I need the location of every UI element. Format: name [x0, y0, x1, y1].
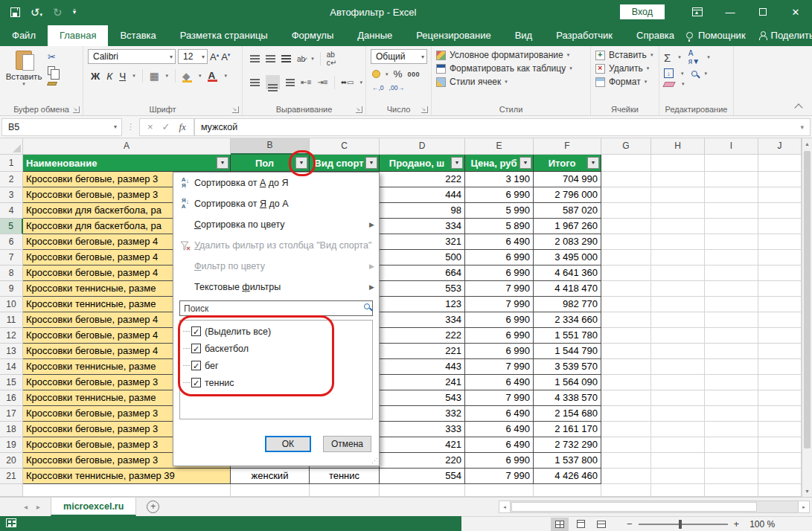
- decrease-decimal-icon[interactable]: ,00→: [389, 84, 404, 91]
- cell-D14[interactable]: 443: [380, 359, 465, 375]
- cell-A22[interactable]: [23, 484, 231, 497]
- align-right-icon[interactable]: [286, 79, 295, 80]
- checkbox-checked-icon[interactable]: ✓: [191, 378, 201, 387]
- clear-icon[interactable]: [662, 82, 675, 87]
- filter-header-1[interactable]: Наименование▼: [23, 155, 231, 172]
- font-name-select[interactable]: Calibri▾: [88, 49, 176, 64]
- cell-F15[interactable]: 1 564 090: [534, 375, 601, 390]
- cell-styles-button[interactable]: Стили ячеек▾: [436, 77, 587, 87]
- cell-E14[interactable]: 7 990: [465, 359, 534, 375]
- filter-dropdown-icon[interactable]: ▼: [451, 157, 463, 169]
- filter-value-item-3[interactable]: ✓бег: [183, 357, 372, 374]
- undo-icon[interactable]: ↺▾: [31, 7, 42, 18]
- cell-F2[interactable]: 704 990: [534, 172, 601, 187]
- tab-Разметка страницы[interactable]: Разметка страницы: [168, 25, 280, 46]
- close-icon[interactable]: ✕: [779, 0, 812, 24]
- autosum-icon[interactable]: Σ: [664, 51, 671, 64]
- cell-J19[interactable]: [758, 437, 802, 453]
- cell-I12[interactable]: [705, 328, 758, 344]
- row-header-17[interactable]: 17: [0, 406, 23, 422]
- filter-header-6[interactable]: Итого▼: [534, 155, 601, 172]
- font-size-select[interactable]: 12▾: [178, 49, 208, 64]
- cell-E8[interactable]: 6 990: [465, 266, 534, 281]
- cell-F13[interactable]: 1 544 790: [534, 344, 601, 359]
- scroll-up-icon[interactable]: ▲: [802, 138, 812, 149]
- vertical-scroll-thumb[interactable]: [804, 151, 811, 448]
- cell-J14[interactable]: [758, 359, 802, 375]
- column-header-J[interactable]: J: [758, 138, 802, 155]
- cell-H19[interactable]: [651, 437, 705, 453]
- cell-H6[interactable]: [651, 234, 705, 250]
- menu-item-2[interactable]: ЯА↓Сортировка от Я до А: [173, 193, 379, 214]
- vertical-scrollbar[interactable]: ▲ ▼: [802, 138, 812, 497]
- cell-E22[interactable]: [465, 484, 534, 497]
- grow-font-icon[interactable]: А▴: [210, 51, 219, 62]
- cell-H14[interactable]: [651, 359, 705, 375]
- cell-D13[interactable]: 221: [380, 344, 465, 359]
- zoom-slider-thumb[interactable]: [679, 520, 682, 529]
- cell-G1[interactable]: [601, 155, 651, 172]
- cell-H9[interactable]: [651, 281, 705, 297]
- column-header-G[interactable]: G: [601, 138, 651, 155]
- cell-I13[interactable]: [705, 344, 758, 359]
- cell-D18[interactable]: 333: [380, 422, 465, 437]
- cell-E12[interactable]: 6 990: [465, 328, 534, 344]
- cell-J7[interactable]: [758, 250, 802, 266]
- cell-G10[interactable]: [601, 297, 651, 312]
- cell-H4[interactable]: [651, 203, 705, 219]
- cell-D4[interactable]: 98: [380, 203, 465, 219]
- cell-G21[interactable]: [601, 469, 651, 484]
- cell-D5[interactable]: 334: [380, 219, 465, 234]
- borders-icon[interactable]: ▦: [150, 70, 159, 82]
- filter-value-item-1[interactable]: ✓(Выделить все): [183, 323, 372, 340]
- row-header-15[interactable]: 15: [0, 375, 23, 390]
- column-header-I[interactable]: I: [705, 138, 758, 155]
- row-header-22[interactable]: [0, 484, 23, 497]
- cell-H11[interactable]: [651, 312, 705, 328]
- cell-D16[interactable]: 543: [380, 390, 465, 406]
- cell-F14[interactable]: 3 539 570: [534, 359, 601, 375]
- comma-style-icon[interactable]: 000: [408, 71, 421, 78]
- cell-I9[interactable]: [705, 281, 758, 297]
- cell-I18[interactable]: [705, 422, 758, 437]
- column-header-H[interactable]: H: [651, 138, 705, 155]
- cell-G12[interactable]: [601, 328, 651, 344]
- format-as-table-button[interactable]: Форматировать как таблицу▾: [436, 63, 587, 74]
- filter-header-2[interactable]: Пол▼: [231, 155, 310, 172]
- cell-J15[interactable]: [758, 375, 802, 390]
- ribbon-display-options-icon[interactable]: [681, 0, 714, 24]
- column-header-A[interactable]: A: [23, 138, 231, 155]
- cell-H16[interactable]: [651, 390, 705, 406]
- align-bottom-icon[interactable]: [281, 55, 291, 57]
- cell-J11[interactable]: [758, 312, 802, 328]
- cell-F3[interactable]: 2 796 000: [534, 187, 601, 203]
- shrink-font-icon[interactable]: А▾: [221, 51, 230, 62]
- cell-F16[interactable]: 4 338 570: [534, 390, 601, 406]
- row-header-1[interactable]: 1: [0, 155, 23, 172]
- cell-B21[interactable]: женский: [231, 469, 310, 484]
- resize-grip[interactable]: ⋰: [371, 457, 377, 464]
- underline-button[interactable]: Ч: [119, 71, 126, 82]
- row-header-16[interactable]: 16: [0, 390, 23, 406]
- horizontal-scroll-thumb[interactable]: [511, 502, 757, 512]
- accounting-format-icon[interactable]: [372, 70, 380, 78]
- row-header-4[interactable]: 4: [0, 203, 23, 219]
- cell-E15[interactable]: 6 490: [465, 375, 534, 390]
- cell-G20[interactable]: [601, 453, 651, 469]
- filter-dropdown-icon[interactable]: ▼: [587, 157, 599, 169]
- save-icon[interactable]: [10, 7, 20, 17]
- filter-header-3[interactable]: Вид спорт▼: [310, 155, 380, 172]
- cell-C22[interactable]: [310, 484, 380, 497]
- column-header-C[interactable]: C: [310, 138, 380, 155]
- tab-Данные[interactable]: Данные: [345, 25, 404, 46]
- decrease-indent-icon[interactable]: ⇤≡: [301, 78, 311, 86]
- row-header-19[interactable]: 19: [0, 437, 23, 453]
- zoom-level[interactable]: 100 %: [749, 519, 775, 530]
- cell-I21[interactable]: [705, 469, 758, 484]
- tab-Файл[interactable]: Файл: [0, 25, 48, 46]
- cell-J17[interactable]: [758, 406, 802, 422]
- row-header-8[interactable]: 8: [0, 266, 23, 281]
- next-sheet-icon[interactable]: ▸: [36, 503, 40, 511]
- cell-H20[interactable]: [651, 453, 705, 469]
- cell-J9[interactable]: [758, 281, 802, 297]
